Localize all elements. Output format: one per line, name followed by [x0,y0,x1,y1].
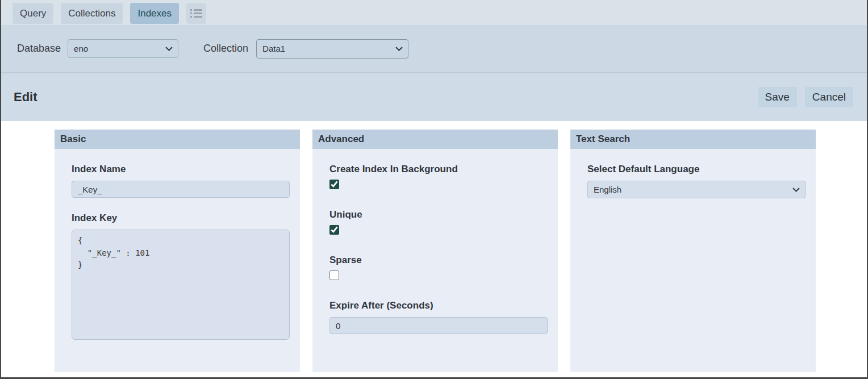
index-key-label: Index Key [72,213,290,224]
index-key-group: Index Key { "_Key_" : 101 } [72,213,290,342]
language-group: Select Default Language English [587,164,806,198]
database-select-wrap: eno [68,39,178,58]
collection-select[interactable]: Data1 [256,39,408,59]
panel-basic-title: Basic [55,130,300,149]
panel-advanced-title: Advanced [312,130,558,149]
sparse-group: Sparse [329,255,548,282]
collection-label: Collection [203,43,248,55]
index-name-label: Index Name [72,164,290,175]
expire-group: Expire After (Seconds) [329,300,548,334]
edit-header: Edit Save Cancel [1,72,867,121]
index-list-button[interactable] [186,3,206,24]
panel-text-search-body: Select Default Language English [570,149,816,372]
sparse-label: Sparse [329,255,548,266]
sparse-checkbox[interactable] [329,270,339,280]
index-name-input[interactable] [72,181,290,198]
list-icon [190,9,202,18]
panel-advanced-body: Create Index In Background Unique Sparse [312,149,558,372]
tab-collections[interactable]: Collections [61,3,123,24]
index-key-textarea[interactable]: { "_Key_" : 101 } [72,230,290,340]
language-select-wrap: English [587,181,806,198]
database-label: Database [17,43,61,55]
create-index-in-background-checkbox[interactable] [329,180,339,189]
select-default-language-label: Select Default Language [587,164,806,175]
background-group: Create Index In Background [329,164,548,191]
panel-text-search: Text Search Select Default Language Engl… [570,130,816,372]
panel-basic-body: Index Name Index Key { "_Key_" : 101 } [55,149,300,372]
database-select[interactable]: eno [68,39,178,58]
tab-query[interactable]: Query [12,3,53,24]
panel-basic: Basic Index Name Index Key { "_Key_" : 1… [55,130,300,372]
index-name-group: Index Name [72,164,290,198]
cancel-button[interactable]: Cancel [805,87,853,107]
unique-checkbox[interactable] [329,225,339,235]
collection-select-wrap: Data1 [256,39,408,59]
expire-after-label: Expire After (Seconds) [329,300,548,311]
app-window: Query Collections Indexes Database eno C… [0,0,868,379]
tab-bar: Query Collections Indexes [1,0,867,25]
unique-group: Unique [329,209,548,237]
tab-indexes[interactable]: Indexes [130,3,179,24]
database-toolbar: Database eno Collection Data1 [1,25,867,72]
unique-label: Unique [329,209,548,220]
panel-advanced: Advanced Create Index In Background Uniq… [312,130,558,372]
expire-after-input[interactable] [329,317,548,334]
main-content: Basic Index Name Index Key { "_Key_" : 1… [1,121,867,377]
create-index-in-background-label: Create Index In Background [329,164,548,175]
panel-text-search-title: Text Search [570,130,816,149]
page-title: Edit [14,90,37,105]
language-select[interactable]: English [587,181,806,198]
save-button[interactable]: Save [758,87,797,107]
